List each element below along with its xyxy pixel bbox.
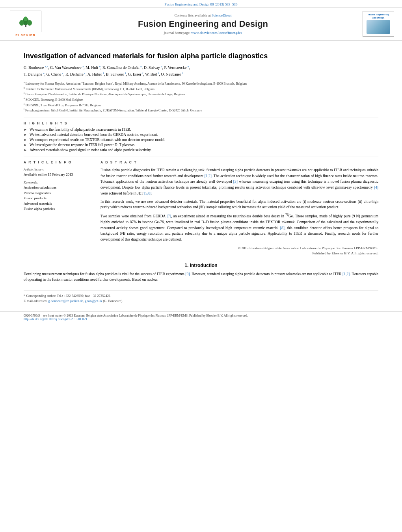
ref-5-6: [5,6] — [144, 191, 151, 195]
journal-logo-image — [367, 20, 390, 34]
highlight-text-5: Advanced materials show good signal to n… — [30, 148, 152, 152]
intro-title: 1. Introduction — [24, 263, 378, 268]
highlights-section: H I G H L I G H T S ► We examine the fea… — [24, 121, 378, 152]
keyword-2: Plasma diagnostics — [24, 191, 93, 196]
arrow-icon-1: ► — [24, 128, 27, 132]
keyword-1: Activation calculations — [24, 185, 93, 191]
abstract-column: A B S T R A C T Fusion alpha particle di… — [100, 160, 378, 256]
affil-c: c Centre Européen d'Archéometrie, Instit… — [24, 91, 378, 97]
highlights-label: H I G H L I G H T S — [24, 121, 378, 125]
affiliations: a Laboratory for Plasma Physics, Associa… — [24, 81, 378, 113]
paper-title: Investigation of advanced materials for … — [24, 52, 378, 61]
ref-1-2: [1,2] — [205, 174, 212, 178]
divider-1 — [24, 117, 378, 117]
abstract-para-3: Two samples were obtained from GERDA [7]… — [100, 213, 378, 243]
corresponding-author: * Corresponding author. Tel.: +322 74265… — [24, 293, 378, 298]
intro-body: Developing measurement techniques for fu… — [24, 271, 378, 283]
highlight-item-4: ► We investigate the detector response i… — [24, 143, 378, 147]
svg-point-4 — [24, 17, 28, 21]
svg-point-3 — [27, 20, 32, 26]
doi-link[interactable]: http://dx.doi.org/10.1016/j.fusengdes.20… — [24, 317, 87, 321]
arrow-icon-4: ► — [24, 143, 27, 147]
keywords-list: Activation calculations Plasma diagnosti… — [24, 185, 93, 212]
elsevier-brand-text: ELSEVIER — [15, 33, 36, 37]
authors-line: G. Bonheure a,*, G. Van Wassenhove a, M.… — [24, 65, 378, 78]
journal-header: ELSEVIER Contents lists available at Sci… — [0, 7, 402, 41]
elsevier-tree-icon — [16, 16, 35, 28]
available-online: Available online 15 February 2013 — [24, 172, 93, 178]
journal-logo-box: Fusion Engineeringand Design — [363, 11, 394, 37]
keyword-3: Fusion products — [24, 196, 93, 201]
homepage-line: journal homepage: www.elsevier.com/locat… — [43, 31, 363, 35]
divider-2 — [24, 156, 378, 156]
abstract-label: A B S T R A C T — [100, 160, 378, 164]
footnote-area: * Corresponding author. Tel.: +322 74265… — [24, 291, 378, 304]
abstract-para-2: In this research work, we use new advanc… — [100, 199, 378, 210]
highlight-item-1: ► We examine the feasibility of alpha pa… — [24, 128, 378, 132]
email-line: E-mail addresses: g.bonheure@fz-juelich.… — [24, 298, 378, 304]
abstract-text: Fusion alpha particle diagnostics for IT… — [100, 167, 378, 243]
journal-title-big: Fusion Engineering and Design — [43, 19, 363, 29]
highlight-text-1: We examine the feasibility of alpha part… — [30, 128, 131, 132]
contents-line: Contents lists available at ScienceDirec… — [43, 13, 363, 17]
arrow-icon-2: ► — [24, 133, 27, 137]
abstract-para-1: Fusion alpha particle diagnostics for IT… — [100, 167, 378, 196]
bottom-bar: 0920-3796/$ – see front matter © 2013 Eu… — [0, 311, 402, 323]
highlight-text-2: We test advanced material detectors borr… — [30, 133, 158, 137]
journal-citation-bar: Fusion Engineering and Design 88 (2013) … — [0, 0, 402, 7]
keywords-group: Keywords: Activation calculations Plasma… — [24, 180, 93, 212]
header-center: Contents lists available at ScienceDirec… — [43, 13, 363, 35]
affil-d: d SCK•CEN, Boeretang, B-2400 Mol, Belgiu… — [24, 97, 378, 102]
ref-8: [8] — [280, 226, 285, 230]
sciencedirect-link[interactable]: ScienceDirect — [212, 13, 231, 17]
history-label: Article history: — [24, 167, 93, 171]
main-content: Investigation of advanced materials for … — [0, 41, 402, 308]
keyword-4: Advanced materials — [24, 201, 93, 207]
email-link[interactable]: g.bonheure@fz-juelich.de — [48, 299, 83, 303]
arrow-icon-5: ► — [24, 148, 27, 152]
arrow-icon-3: ► — [24, 138, 27, 142]
copyright-line: © 2013 Euratom–Belgian state Association… — [100, 246, 378, 256]
svg-point-2 — [19, 20, 24, 26]
two-column-section: A R T I C L E I N F O Article history: A… — [24, 160, 378, 256]
email-link-2[interactable]: gbon@jet.uk — [85, 299, 102, 303]
affil-f: f Forschungszentrum Jülich GmbH, Institu… — [24, 108, 378, 113]
elsevier-logo-area: ELSEVIER — [8, 11, 43, 37]
journal-logo-title: Fusion Engineeringand Design — [365, 13, 392, 20]
affil-e: e DSI SPRL, 3 rue Mont d'Orcy, Proyennes… — [24, 102, 378, 108]
page-wrapper: Fusion Engineering and Design 88 (2013) … — [0, 0, 402, 323]
homepage-url[interactable]: www.elsevier.com/locate/fusengdes — [191, 31, 242, 35]
ref-9: [9] — [185, 272, 190, 276]
ref-4: [4] — [374, 185, 378, 189]
ref-3: [3] — [233, 180, 238, 184]
article-info-column: A R T I C L E I N F O Article history: A… — [24, 160, 93, 256]
introduction-section: 1. Introduction Developing measurement t… — [24, 263, 378, 283]
highlight-item-5: ► Advanced materials show good signal to… — [24, 148, 378, 152]
highlight-text-4: We investigate the detector response in … — [30, 143, 135, 147]
highlight-text-3: We compare experimental results on TEXTO… — [30, 138, 165, 142]
affil-a: a Laboratory for Plasma Physics, Associa… — [24, 81, 378, 86]
doi-line: http://dx.doi.org/10.1016/j.fusengdes.20… — [24, 317, 378, 321]
keyword-5: Fusion alpha particles — [24, 206, 93, 212]
ref-1-2-intro: [1,2] — [342, 272, 350, 276]
issn-line: 0920-3796/$ – see front matter © 2013 Eu… — [24, 314, 378, 317]
keywords-label: Keywords: — [24, 180, 93, 184]
highlight-item-3: ► We compare experimental results on TEX… — [24, 138, 378, 142]
article-history-group: Article history: Available online 15 Feb… — [24, 167, 93, 178]
highlight-item-2: ► We test advanced material detectors bo… — [24, 133, 378, 137]
ref-7: [7] — [167, 214, 171, 218]
affil-b: b Institute for Reference Materials and … — [24, 86, 378, 92]
article-info-label: A R T I C L E I N F O — [24, 160, 93, 164]
journal-citation: Fusion Engineering and Design 88 (2013) … — [165, 2, 238, 6]
elsevier-logo-box — [10, 11, 41, 32]
